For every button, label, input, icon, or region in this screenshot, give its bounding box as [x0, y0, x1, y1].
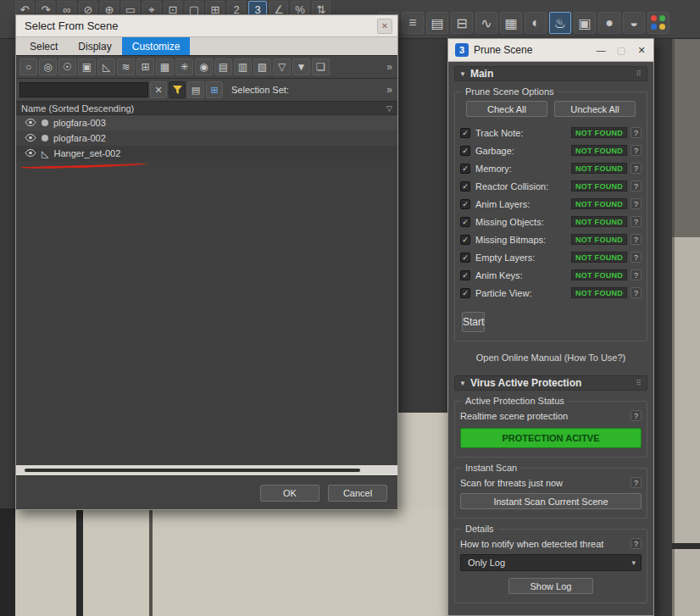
dialog-titlebar[interactable]: 3 Prune Scene — ▢ ✕	[448, 39, 653, 62]
checkbox[interactable]: ✓	[460, 181, 470, 191]
search-toolbar: ✕ ▤ ⊞ Selection Set: »	[16, 78, 397, 101]
scene-row[interactable]: plogfara-002	[16, 130, 397, 146]
pick-parent-icon[interactable]: ▧	[253, 58, 271, 75]
checkbox[interactable]: ✓	[460, 235, 470, 245]
display-helpers-icon[interactable]: ◺	[97, 58, 115, 75]
scrollbar-thumb[interactable]	[25, 469, 360, 472]
close-icon[interactable]: ✕	[631, 41, 652, 59]
group-label: Details	[462, 524, 497, 534]
display-shapes-icon[interactable]: ◎	[39, 58, 57, 75]
checkbox[interactable]: ✓	[460, 288, 470, 298]
check-all-button[interactable]: Check All	[466, 101, 547, 117]
online-manual-link[interactable]: Open Online Manual (How To Use?)	[454, 352, 647, 363]
filter-icon[interactable]: ▼	[292, 58, 310, 75]
dialog-menubar: Select Display Customize	[16, 37, 397, 55]
display-cameras-icon[interactable]: ▣	[78, 58, 96, 75]
align-icon[interactable]: ≡	[402, 12, 424, 34]
help-button[interactable]: ?	[631, 234, 642, 245]
render-setup-icon[interactable]: ♨	[549, 12, 571, 34]
collapse-all-icon[interactable]: ▥	[234, 58, 252, 75]
instant-scan-button[interactable]: Instant Scan Current Scene	[460, 493, 642, 509]
funnel-filter-icon[interactable]	[169, 81, 186, 98]
maximize-icon[interactable]: ▢	[611, 41, 631, 59]
status-badge: NOT FOUND	[571, 216, 627, 227]
curve-editor-icon[interactable]: ∿	[475, 12, 497, 34]
cancel-button[interactable]: Cancel	[328, 485, 387, 502]
help-button[interactable]: ?	[631, 477, 642, 488]
main-rollout-header[interactable]: ▼ Main ⠿	[454, 66, 647, 81]
checkbox[interactable]: ✓	[460, 270, 470, 280]
display-xrefs-icon[interactable]: ▦	[156, 58, 174, 75]
virus-rollout-header[interactable]: ▼ Virus Active Protection ⠿	[454, 375, 647, 391]
help-button[interactable]: ?	[631, 127, 642, 138]
visibility-eye-icon[interactable]	[25, 148, 36, 158]
checkbox[interactable]: ✓	[460, 217, 470, 227]
help-button[interactable]: ?	[631, 163, 642, 174]
protection-active-button[interactable]: PROTECTION ACITVE	[460, 428, 642, 448]
prune-option-row: ✓ Particle View: NOT FOUND ?	[460, 284, 642, 302]
visibility-eye-icon[interactable]	[25, 133, 36, 143]
clear-search-icon[interactable]: ✕	[150, 81, 167, 98]
help-button[interactable]: ?	[631, 252, 642, 263]
display-layers-icon[interactable]: ▤	[187, 81, 204, 98]
help-button[interactable]: ?	[631, 269, 642, 280]
scene-row[interactable]: ◺ Hanger_set-002	[16, 146, 397, 161]
option-label: Memory:	[475, 164, 512, 174]
expand-all-icon[interactable]: ▤	[214, 58, 232, 75]
display-geometry-icon[interactable]: ○	[19, 58, 37, 75]
help-button[interactable]: ?	[631, 216, 642, 227]
option-label: Missing Bitmaps:	[475, 235, 546, 245]
schematic-view-icon[interactable]: ▦	[500, 12, 522, 34]
prune-option-row: ✓ Anim Layers: NOT FOUND ?	[460, 195, 642, 213]
rendered-frame-icon[interactable]: ▣	[574, 12, 596, 34]
visibility-eye-icon[interactable]	[25, 118, 36, 128]
help-button[interactable]: ?	[631, 410, 642, 421]
help-button[interactable]: ?	[631, 287, 642, 298]
help-button[interactable]: ?	[631, 538, 642, 549]
checkbox[interactable]: ✓	[460, 128, 470, 138]
layer-explorer-icon[interactable]: ▤	[426, 12, 448, 34]
checkbox[interactable]: ✓	[460, 253, 470, 263]
help-button[interactable]: ?	[631, 198, 642, 209]
option-label: Anim Keys:	[475, 270, 523, 280]
display-groups-icon[interactable]: ⊞	[136, 58, 154, 75]
show-log-button[interactable]: Show Log	[508, 578, 593, 594]
ok-button[interactable]: OK	[260, 485, 319, 502]
copy-list-icon[interactable]: ❏	[312, 58, 330, 75]
display-frozen-icon[interactable]: ✳	[175, 58, 193, 75]
menu-select[interactable]: Select	[19, 37, 68, 55]
checkbox[interactable]: ✓	[460, 164, 470, 174]
material-editor-icon[interactable]: ◐	[525, 12, 547, 34]
scene-row[interactable]: plogfara-003	[16, 115, 397, 130]
checkbox[interactable]: ✓	[460, 146, 470, 156]
minimize-icon[interactable]: —	[591, 41, 611, 59]
dialog-titlebar[interactable]: Select From Scene ✕	[16, 15, 397, 37]
render-production-icon[interactable]: ●	[598, 12, 620, 34]
menu-display[interactable]: Display	[68, 37, 121, 55]
display-hidden-icon[interactable]: ◉	[195, 58, 213, 75]
render-iterative-icon[interactable]: ◒	[623, 12, 645, 34]
toolbar-overflow-icon[interactable]: »	[386, 84, 394, 96]
help-button[interactable]: ?	[631, 180, 642, 191]
rollout-title: Virus Active Protection	[470, 377, 581, 389]
display-spacewarps-icon[interactable]: ≋	[117, 58, 135, 75]
help-button[interactable]: ?	[631, 145, 642, 156]
log-mode-dropdown[interactable]: Only Log ▾	[460, 554, 642, 571]
close-icon[interactable]: ✕	[377, 19, 392, 34]
checkbox[interactable]: ✓	[460, 199, 470, 209]
group-label: Active Protection Status	[462, 396, 568, 406]
toolbar-overflow-icon[interactable]: »	[386, 61, 394, 73]
selection-set-icon[interactable]: ⊞	[206, 81, 223, 98]
search-input[interactable]	[19, 82, 148, 97]
uncheck-all-button[interactable]: Uncheck All	[554, 101, 636, 117]
cloud-render-icon[interactable]	[647, 12, 669, 34]
menu-customize[interactable]: Customize	[122, 37, 191, 55]
clear-filter-icon[interactable]: ▽	[273, 58, 291, 75]
horizontal-scrollbar[interactable]	[16, 465, 397, 475]
display-lights-icon[interactable]: ☉	[58, 58, 76, 75]
dot-green	[659, 15, 665, 21]
name-column-header[interactable]: Name (Sorted Descending) ▽	[16, 101, 397, 115]
start-button[interactable]: Start	[462, 312, 485, 332]
column-filter-icon[interactable]: ▽	[386, 104, 392, 113]
ribbon-toggle-icon[interactable]: ⊟	[451, 12, 473, 34]
